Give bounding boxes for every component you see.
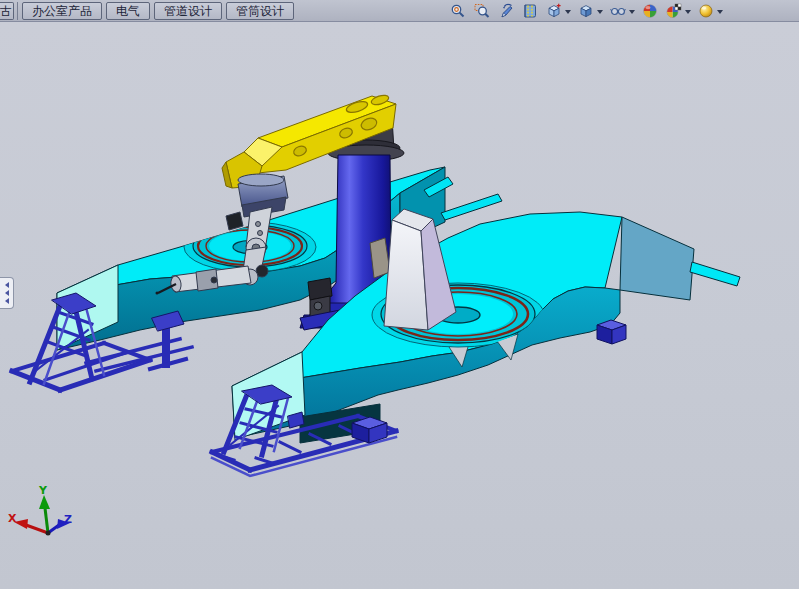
zoom-to-area-icon[interactable] [473, 2, 491, 20]
display-style-icon[interactable] [577, 2, 595, 20]
view-orientation-icon[interactable] [545, 2, 563, 20]
triad-x-label: X [8, 512, 17, 525]
view-heads-up-toolbar [443, 2, 723, 20]
panel-expand-button[interactable] [0, 277, 14, 309]
white-fixture-wedge[interactable] [384, 209, 456, 330]
tab-tubing-design[interactable]: 管筒设计 [226, 2, 294, 20]
tab-partial[interactable]: 古 [0, 2, 14, 20]
support-block-right[interactable] [597, 320, 626, 344]
previous-view-icon[interactable] [497, 2, 515, 20]
triad-y-label: Y [38, 484, 48, 497]
view-settings-icon[interactable] [697, 2, 715, 20]
graphics-area[interactable]: X Y Z [0, 22, 799, 589]
zoom-to-fit-icon[interactable] [449, 2, 467, 20]
apply-scene-dropdown[interactable] [685, 10, 691, 14]
triad-z-label: Z [64, 513, 72, 526]
display-style-dropdown[interactable] [597, 10, 603, 14]
edit-appearance-icon[interactable] [641, 2, 659, 20]
tab-electrical[interactable]: 电气 [106, 2, 150, 20]
toolbar-separator [17, 2, 18, 20]
section-view-icon[interactable] [521, 2, 539, 20]
tab-piping-design[interactable]: 管道设计 [154, 2, 222, 20]
coordinate-triad: X Y Z [8, 484, 72, 536]
command-manager-toolbar: 古 办公室产品 电气 管道设计 管筒设计 [0, 0, 799, 22]
tab-office-products[interactable]: 办公室产品 [22, 2, 102, 20]
cad-model-view[interactable]: X Y Z [0, 22, 799, 589]
view-settings-dropdown[interactable] [717, 10, 723, 14]
support-block-mid[interactable] [352, 417, 387, 443]
hide-show-items-dropdown[interactable] [629, 10, 635, 14]
hide-show-items-icon[interactable] [609, 2, 627, 20]
view-orientation-dropdown[interactable] [565, 10, 571, 14]
apply-scene-icon[interactable] [665, 2, 683, 20]
